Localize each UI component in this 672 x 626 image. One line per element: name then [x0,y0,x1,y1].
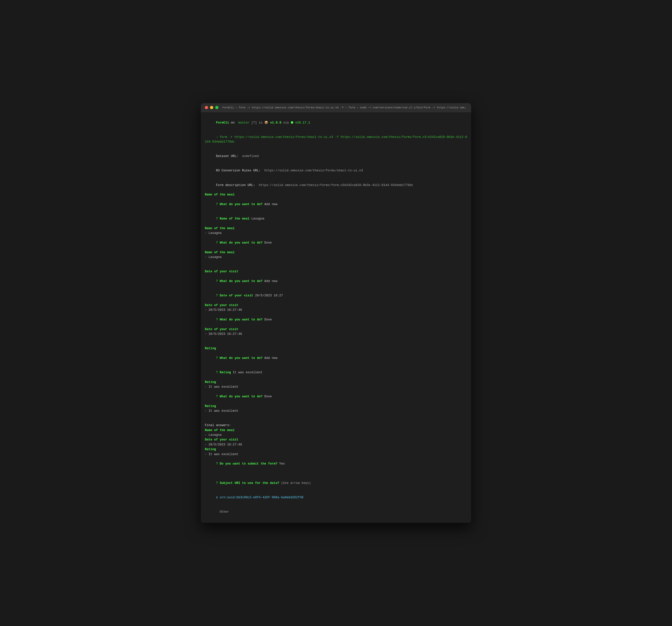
section1-header3: Name of the meal [205,250,467,255]
spacer3 [205,337,467,341]
spacer6 [205,418,467,423]
maximize-button[interactable] [215,106,218,109]
section2-value2: - 20/5/2023 16:27:46 [205,332,467,337]
section1-header2: Name of the meal [205,226,467,231]
section1-header: Name of the meal [205,192,467,197]
section3-value2: - It was excellent [205,409,467,413]
section2-q3: ? What do you want to do? Done [205,313,467,327]
final-date-value: - 20/5/2023 16:27:46 [205,442,467,447]
command-line: → form -r https://solid.smessie.com/thes… [205,130,467,149]
section2-q1: ? What do you want to do? Add new [205,274,467,289]
section1-q2: ? Name of the meal Lasagna [205,212,467,226]
dataset-url-line: Dataset URL: undefined [205,149,467,164]
section1-q3: ? What do you want to do? Done [205,236,467,250]
spacer1 [205,260,467,265]
section2-header2: Date of your visit [205,303,467,308]
subject-option-2[interactable]: Other [205,505,467,519]
minimize-button[interactable] [210,106,213,109]
spacer2 [205,265,467,269]
final-header: Final answers: [205,423,467,428]
section2-q2: ? Date of your visit 20/5/2023 16:27 [205,289,467,303]
section3-q3: ? What do you want to do? Done [205,390,467,404]
title-bar: FormCli — form -r https://solid.smessie.… [201,103,471,112]
section1-q1: ? What do you want to do? Add new [205,197,467,212]
section3-header3: Rating [205,404,467,409]
section3-q2: ? Rating It was excellent [205,366,467,380]
close-button[interactable] [205,106,208,109]
section3-header: Rating [205,346,467,351]
submit-question: ? Do you want to submit the form? Yes [205,457,467,471]
form-desc-line: Form description URL: https://solid.smes… [205,178,467,192]
n3-url-line: N3 Conversion Rules URL: https://solid.s… [205,164,467,178]
window-title: FormCli — form -r https://solid.smessie.… [222,106,467,109]
final-name-value: - Lasagna [205,433,467,437]
formcli-header: FormCli on master [?] is 📦 v1.0.0 via ⬢ … [205,116,467,130]
terminal-window: FormCli — form -r https://solid.smessie.… [201,103,471,523]
terminal-body: FormCli on master [?] is 📦 v1.0.0 via ⬢ … [201,112,471,523]
final-name-header: Name of the meal [205,428,467,433]
subject-uri-question: ? Subject URI to use for the data? (Use … [205,476,467,490]
final-date-header: Date of your visit [205,437,467,442]
spacer4 [205,341,467,346]
section3-header2: Rating [205,380,467,385]
section1-value2: - Lasagna [205,255,467,260]
section1-value1: - Lasagna [205,231,467,236]
section2-header: Date of your visit [205,269,467,274]
spacer7 [205,471,467,476]
final-rating-value: - It was excellent [205,452,467,457]
final-rating-header: Rating [205,447,467,452]
section2-value1: - 20/5/2023 16:27:46 [205,308,467,313]
section3-q1: ? What do you want to do? Add new [205,351,467,366]
subject-option-1[interactable]: ❯ urn:uuid:bb3c09c2-e8f4-426f-988a-ba9eb… [205,490,467,505]
section2-header3: Date of your visit [205,327,467,332]
section3-value1: - It was excellent [205,385,467,389]
spacer5 [205,414,467,418]
